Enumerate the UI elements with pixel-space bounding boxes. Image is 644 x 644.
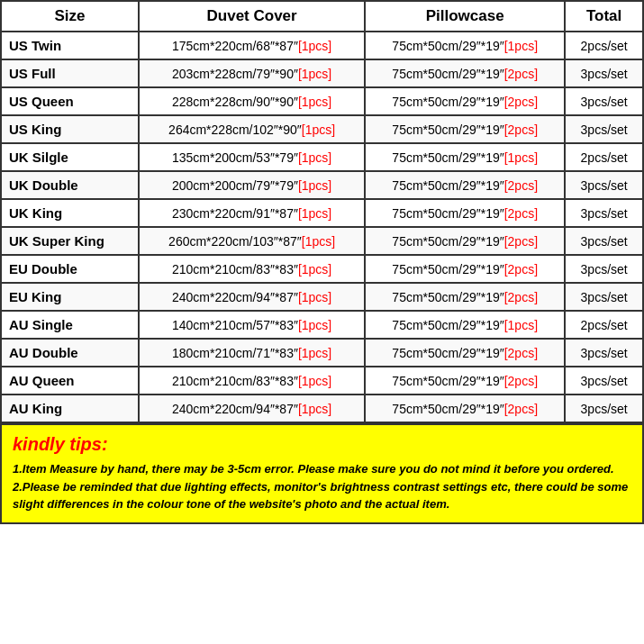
cell-total: 2pcs/set bbox=[565, 32, 643, 59]
table-row: AU Single140cm*210cm/57″*83″[1pcs]75cm*5… bbox=[1, 311, 643, 339]
col-header-pillow: Pillowcase bbox=[365, 1, 565, 32]
table-row: EU Double210cm*210cm/83″*83″[1pcs]75cm*5… bbox=[1, 255, 643, 283]
cell-total: 3pcs/set bbox=[565, 255, 643, 283]
table-row: US Full203cm*228cm/79″*90″[1pcs]75cm*50c… bbox=[1, 59, 643, 87]
cell-total: 3pcs/set bbox=[565, 283, 643, 311]
cell-size: UK Super King bbox=[1, 227, 139, 255]
col-header-total: Total bbox=[565, 1, 643, 32]
cell-size: AU Double bbox=[1, 339, 139, 367]
cell-size: US Twin bbox=[1, 32, 139, 59]
cell-total: 3pcs/set bbox=[565, 87, 643, 115]
cell-size: EU King bbox=[1, 283, 139, 311]
cell-duvet: 135cm*200cm/53″*79″[1pcs] bbox=[139, 143, 365, 171]
cell-pillow: 75cm*50cm/29″*19″[2pcs] bbox=[365, 227, 565, 255]
table-row: AU Double180cm*210cm/71″*83″[1pcs]75cm*5… bbox=[1, 339, 643, 367]
cell-size: UK Double bbox=[1, 171, 139, 199]
cell-duvet: 203cm*228cm/79″*90″[1pcs] bbox=[139, 59, 365, 87]
cell-total: 3pcs/set bbox=[565, 339, 643, 367]
cell-size: AU Queen bbox=[1, 367, 139, 395]
cell-total: 3pcs/set bbox=[565, 171, 643, 199]
cell-duvet: 260cm*220cm/103″*87″[1pcs] bbox=[139, 227, 365, 255]
cell-total: 3pcs/set bbox=[565, 227, 643, 255]
cell-duvet: 230cm*220cm/91″*87″[1pcs] bbox=[139, 199, 365, 227]
cell-total: 3pcs/set bbox=[565, 395, 643, 422]
table-row: UK Super King260cm*220cm/103″*87″[1pcs]7… bbox=[1, 227, 643, 255]
table-row: UK King230cm*220cm/91″*87″[1pcs]75cm*50c… bbox=[1, 199, 643, 227]
cell-size: UK Silgle bbox=[1, 143, 139, 171]
size-chart-table: Size Duvet Cover Pillowcase Total US Twi… bbox=[0, 0, 644, 423]
cell-pillow: 75cm*50cm/29″*19″[2pcs] bbox=[365, 339, 565, 367]
cell-duvet: 175cm*220cm/68″*87″[1pcs] bbox=[139, 32, 365, 59]
table-row: US King264cm*228cm/102″*90″[1pcs]75cm*50… bbox=[1, 115, 643, 143]
cell-pillow: 75cm*50cm/29″*19″[1pcs] bbox=[365, 311, 565, 339]
table-row: US Twin175cm*220cm/68″*87″[1pcs]75cm*50c… bbox=[1, 32, 643, 59]
cell-size: UK King bbox=[1, 199, 139, 227]
table-row: UK Silgle135cm*200cm/53″*79″[1pcs]75cm*5… bbox=[1, 143, 643, 171]
cell-total: 3pcs/set bbox=[565, 367, 643, 395]
cell-duvet: 228cm*228cm/90″*90″[1pcs] bbox=[139, 87, 365, 115]
col-header-size: Size bbox=[1, 1, 139, 32]
cell-pillow: 75cm*50cm/29″*19″[2pcs] bbox=[365, 171, 565, 199]
cell-duvet: 200cm*200cm/79″*79″[1pcs] bbox=[139, 171, 365, 199]
cell-total: 2pcs/set bbox=[565, 143, 643, 171]
cell-duvet: 240cm*220cm/94″*87″[1pcs] bbox=[139, 283, 365, 311]
tips-line2: 2.Please be reminded that due lighting e… bbox=[13, 478, 631, 513]
cell-pillow: 75cm*50cm/29″*19″[2pcs] bbox=[365, 255, 565, 283]
cell-pillow: 75cm*50cm/29″*19″[1pcs] bbox=[365, 32, 565, 59]
cell-total: 3pcs/set bbox=[565, 59, 643, 87]
cell-duvet: 264cm*228cm/102″*90″[1pcs] bbox=[139, 115, 365, 143]
cell-pillow: 75cm*50cm/29″*19″[2pcs] bbox=[365, 87, 565, 115]
cell-total: 3pcs/set bbox=[565, 199, 643, 227]
table-row: AU King240cm*220cm/94″*87″[1pcs]75cm*50c… bbox=[1, 395, 643, 422]
col-header-duvet: Duvet Cover bbox=[139, 1, 365, 32]
cell-pillow: 75cm*50cm/29″*19″[2pcs] bbox=[365, 115, 565, 143]
cell-duvet: 240cm*220cm/94″*87″[1pcs] bbox=[139, 395, 365, 422]
cell-total: 2pcs/set bbox=[565, 311, 643, 339]
cell-pillow: 75cm*50cm/29″*19″[2pcs] bbox=[365, 367, 565, 395]
table-row: US Queen228cm*228cm/90″*90″[1pcs]75cm*50… bbox=[1, 87, 643, 115]
cell-size: US King bbox=[1, 115, 139, 143]
cell-size: AU King bbox=[1, 395, 139, 422]
cell-size: US Queen bbox=[1, 87, 139, 115]
table-row: AU Queen210cm*210cm/83″*83″[1pcs]75cm*50… bbox=[1, 367, 643, 395]
cell-pillow: 75cm*50cm/29″*19″[2pcs] bbox=[365, 59, 565, 87]
table-row: EU King240cm*220cm/94″*87″[1pcs]75cm*50c… bbox=[1, 283, 643, 311]
tips-title: kindly tips: bbox=[13, 434, 631, 455]
cell-size: US Full bbox=[1, 59, 139, 87]
cell-pillow: 75cm*50cm/29″*19″[1pcs] bbox=[365, 143, 565, 171]
tips-line1: 1.Item Measure by hand, there may be 3-5… bbox=[13, 460, 631, 478]
cell-pillow: 75cm*50cm/29″*19″[2pcs] bbox=[365, 199, 565, 227]
cell-total: 3pcs/set bbox=[565, 115, 643, 143]
cell-pillow: 75cm*50cm/29″*19″[2pcs] bbox=[365, 283, 565, 311]
cell-duvet: 180cm*210cm/71″*83″[1pcs] bbox=[139, 339, 365, 367]
cell-pillow: 75cm*50cm/29″*19″[2pcs] bbox=[365, 395, 565, 422]
table-row: UK Double200cm*200cm/79″*79″[1pcs]75cm*5… bbox=[1, 171, 643, 199]
cell-size: EU Double bbox=[1, 255, 139, 283]
cell-duvet: 140cm*210cm/57″*83″[1pcs] bbox=[139, 311, 365, 339]
cell-duvet: 210cm*210cm/83″*83″[1pcs] bbox=[139, 367, 365, 395]
cell-duvet: 210cm*210cm/83″*83″[1pcs] bbox=[139, 255, 365, 283]
cell-size: AU Single bbox=[1, 311, 139, 339]
tips-section: kindly tips: 1.Item Measure by hand, the… bbox=[0, 423, 644, 524]
